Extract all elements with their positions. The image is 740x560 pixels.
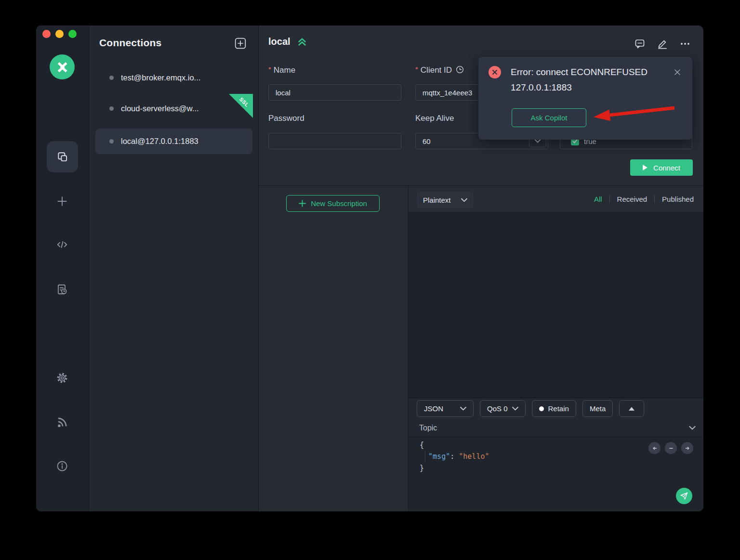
required-asterisk: *	[415, 65, 418, 73]
sidebar	[36, 26, 89, 511]
payload-format-value: Plaintext	[423, 196, 451, 204]
log-icon[interactable]	[56, 283, 68, 296]
client-id-label: *Client ID	[415, 65, 464, 75]
payload-format-select[interactable]: Plaintext	[417, 192, 474, 208]
connections-icon	[56, 151, 69, 163]
json-value: "hello"	[459, 452, 489, 461]
plus-icon	[299, 200, 306, 207]
triangle-up-icon	[629, 407, 634, 411]
chevron-down-icon	[460, 406, 466, 411]
connection-label: cloud-serverless@w...	[121, 104, 199, 113]
edit-icon[interactable]	[657, 38, 668, 50]
tab-received[interactable]: Received	[610, 195, 655, 203]
collapse-publish-button[interactable]	[619, 400, 644, 417]
connect-button[interactable]: Connect	[630, 159, 693, 176]
refresh-client-id-icon[interactable]	[455, 65, 464, 74]
retain-toggle[interactable]: Retain	[532, 400, 576, 417]
page-title: local	[268, 36, 291, 47]
error-message: Error: connect ECONNREFUSED 127.0.0.1:18…	[511, 65, 660, 95]
status-dot	[109, 76, 114, 80]
connection-item[interactable]: cloud-serverless@w...	[89, 98, 259, 119]
traffic-light-minimize[interactable]	[55, 30, 64, 38]
chevron-down-icon[interactable]	[689, 426, 696, 430]
publish-format-select[interactable]: JSON	[417, 400, 474, 417]
chevron-down-icon	[461, 198, 467, 202]
error-icon	[489, 66, 501, 78]
topic-label: Topic	[419, 424, 437, 432]
sidebar-item-connections[interactable]	[47, 141, 78, 172]
error-toast: Error: connect ECONNREFUSED 127.0.0.1:18…	[478, 57, 692, 140]
message-filter-tabs: All Received Published	[594, 195, 694, 203]
publish-toolbar: JSON QoS 0 Retain Meta	[409, 398, 703, 419]
broadcast-icon[interactable]	[56, 416, 68, 429]
new-subscription-button[interactable]: New Subscription	[286, 195, 380, 212]
password-label: Password	[268, 114, 304, 123]
close-icon[interactable]	[673, 68, 682, 77]
payload-editor[interactable]: { "msg": "hello" }	[409, 437, 703, 511]
topic-row[interactable]: Topic	[409, 419, 703, 437]
clear-message-button[interactable]	[665, 442, 677, 454]
keep-alive-value: 60	[423, 137, 431, 145]
chat-icon[interactable]	[634, 38, 646, 50]
connections-title: Connections	[99, 37, 161, 49]
required-asterisk: *	[268, 65, 271, 73]
ask-copilot-button[interactable]: Ask Copilot	[512, 108, 586, 127]
connection-label: local@127.0.0.1:1883	[121, 137, 198, 146]
more-icon[interactable]	[679, 38, 691, 50]
about-icon[interactable]	[56, 460, 68, 472]
message-list-area	[409, 212, 703, 398]
paper-plane-icon	[680, 492, 688, 500]
tab-all[interactable]: All	[594, 195, 609, 203]
connections-panel: Connections test@broker.emqx.io... cloud…	[89, 26, 259, 511]
traffic-light-zoom[interactable]	[68, 30, 77, 38]
qos-select[interactable]: QoS 0	[480, 400, 526, 417]
main-header: local	[268, 36, 307, 47]
messages-panel: Plaintext All Received Published JSON Qo…	[409, 186, 703, 511]
payload-code[interactable]: { "msg": "hello" }	[420, 439, 489, 474]
meta-button[interactable]: Meta	[582, 400, 613, 417]
prev-message-button[interactable]	[648, 442, 661, 454]
mqttx-window: Connections test@broker.emqx.io... cloud…	[36, 26, 703, 511]
json-key: "msg"	[428, 452, 450, 461]
status-dot	[109, 106, 114, 111]
mqttx-logo	[50, 54, 75, 79]
play-icon	[643, 165, 648, 170]
add-connection-button[interactable]	[234, 37, 247, 50]
chevron-down-icon	[512, 406, 518, 411]
next-message-button[interactable]	[681, 442, 693, 454]
keep-alive-label: Keep Alive	[415, 114, 454, 123]
tab-published[interactable]: Published	[655, 195, 694, 203]
name-input[interactable]	[268, 84, 401, 101]
send-button[interactable]	[676, 488, 692, 504]
password-input[interactable]	[268, 133, 401, 149]
collapse-up-icon[interactable]	[297, 37, 307, 46]
status-dot	[109, 139, 114, 143]
script-icon[interactable]	[56, 238, 68, 251]
connection-item[interactable]: test@broker.emqx.io...	[89, 67, 259, 88]
header-actions	[634, 38, 691, 50]
retain-indicator	[539, 406, 544, 411]
connection-label: test@broker.emqx.io...	[121, 73, 200, 82]
history-nav	[648, 442, 693, 454]
name-label: *Name	[268, 65, 295, 75]
new-connection-icon[interactable]	[56, 195, 68, 208]
connection-item-selected[interactable]: local@127.0.0.1:1883	[95, 129, 252, 154]
settings-icon[interactable]	[56, 372, 68, 384]
traffic-light-close[interactable]	[42, 30, 51, 38]
